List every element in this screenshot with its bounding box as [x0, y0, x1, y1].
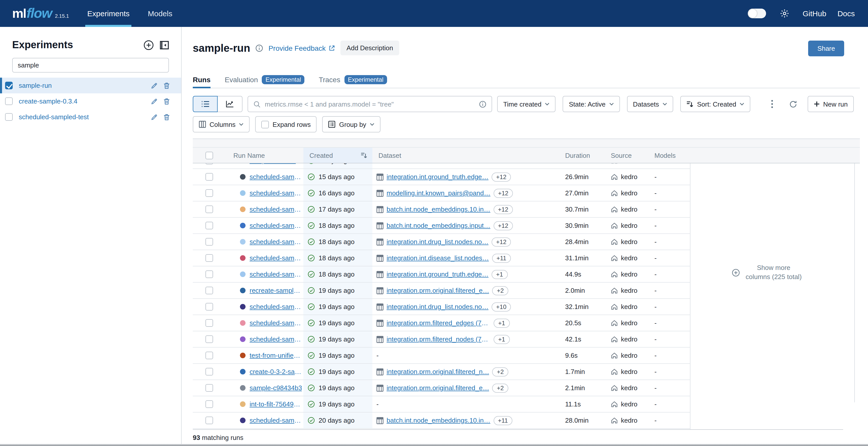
new-experiment-icon[interactable]	[143, 39, 154, 51]
search-info-icon[interactable]	[479, 100, 487, 108]
dataset-more-badge[interactable]: +1	[494, 335, 509, 344]
row-checkbox[interactable]	[206, 238, 213, 245]
row-checkbox[interactable]	[206, 384, 213, 392]
plus-circle-icon[interactable]	[732, 268, 740, 277]
table-row[interactable]: scheduled-sampled-tes…19 days agointegra…	[193, 299, 690, 315]
run-name-link[interactable]: scheduled-sampled-tes…	[250, 238, 303, 245]
delete-experiment-icon[interactable]	[163, 113, 170, 120]
run-name-link[interactable]: scheduled-sampled-tes…	[250, 189, 303, 197]
table-row[interactable]: sample-c98434b319 days agointegration.pr…	[193, 380, 690, 396]
datasets-filter-dropdown[interactable]: Datasets	[627, 96, 673, 112]
run-name-link[interactable]: test-from-unified-samp…	[250, 352, 303, 359]
dataset-link[interactable]: integration.int.ground_truth.edge…	[386, 270, 489, 278]
dataset-more-badge[interactable]: +12	[493, 205, 513, 214]
row-checkbox[interactable]	[206, 189, 213, 197]
row-checkbox[interactable]	[206, 368, 213, 376]
experiment-name-link[interactable]: create-sample-0.3.4	[19, 97, 78, 105]
dataset-more-badge[interactable]: +2	[492, 383, 508, 392]
row-checkbox[interactable]	[206, 270, 213, 278]
table-row[interactable]: scheduled-sampled-tes…18 days agointegra…	[193, 266, 690, 283]
github-link[interactable]: GitHub	[803, 9, 826, 18]
select-all-checkbox[interactable]	[206, 151, 213, 159]
state-filter-dropdown[interactable]: State: Active	[563, 96, 620, 112]
refresh-icon[interactable]	[786, 97, 800, 111]
show-more-columns-button[interactable]: Show more columns (225 total)	[745, 263, 802, 282]
experiment-checkbox[interactable]	[5, 97, 13, 105]
row-checkbox[interactable]	[206, 254, 213, 262]
row-checkbox[interactable]	[206, 400, 213, 408]
table-row[interactable]: scheduled-sampled-tes…18 days agobatch.i…	[193, 218, 690, 234]
chart-view-button[interactable]	[218, 96, 243, 112]
run-name-link[interactable]: create-0-3-2-sample-e…	[250, 368, 303, 376]
dataset-link[interactable]: integration.prm.original.filtered_e…	[386, 384, 489, 392]
dataset-link[interactable]: batch.int.node_embeddings.10.in…	[386, 417, 490, 424]
experiment-checkbox[interactable]	[5, 82, 13, 89]
run-name-link[interactable]: scheduled-sampled-tes…	[250, 319, 303, 327]
run-name-link[interactable]: scheduled-sampled-tes…	[250, 417, 303, 424]
run-name-link[interactable]: scheduled-sampled-tes…	[250, 254, 303, 262]
row-checkbox[interactable]	[206, 303, 213, 310]
delete-experiment-icon[interactable]	[163, 98, 170, 105]
run-name-link[interactable]: scheduled-sampled-tes…	[250, 335, 303, 343]
group-by-dropdown[interactable]: Group by	[322, 116, 380, 132]
dataset-more-badge[interactable]: +2	[492, 367, 508, 376]
column-header-run-name[interactable]: Run Name	[227, 148, 303, 163]
columns-dropdown[interactable]: Columns	[193, 116, 250, 132]
column-header-duration[interactable]: Duration	[559, 148, 605, 163]
gear-icon[interactable]	[777, 6, 792, 21]
run-name-link[interactable]: int-to-filt-756498c9	[250, 400, 303, 408]
more-options-icon[interactable]	[765, 97, 779, 111]
dataset-more-badge[interactable]: +12	[493, 188, 513, 198]
sidebar-item-create-sample-0.3.4[interactable]: create-sample-0.3.4	[0, 93, 181, 109]
row-checkbox[interactable]	[206, 417, 213, 424]
dataset-more-badge[interactable]: +1	[492, 270, 507, 279]
nav-tab-models[interactable]: Models	[139, 0, 182, 27]
dataset-link[interactable]: batch.int.node_embeddings.10.in…	[386, 206, 490, 213]
table-row[interactable]: scheduled-sampled-tes…16 days agomodelli…	[193, 185, 690, 202]
column-header-dataset[interactable]: Dataset	[372, 148, 559, 163]
row-checkbox[interactable]	[206, 173, 213, 181]
row-checkbox[interactable]	[206, 319, 213, 327]
dataset-link[interactable]: integration.prm.original.filtered_e…	[386, 287, 489, 294]
add-description-button[interactable]: Add Description	[340, 40, 399, 55]
edit-experiment-icon[interactable]	[151, 113, 158, 120]
expand-rows-checkbox[interactable]	[261, 120, 269, 128]
experiment-checkbox[interactable]	[5, 113, 13, 121]
list-view-button[interactable]	[193, 96, 218, 112]
run-name-link[interactable]: scheduled-sampled-tes…	[250, 173, 303, 181]
table-row[interactable]: scheduled-sampled-tes…17 days agobatch.i…	[193, 202, 690, 218]
sidebar-item-sample-run[interactable]: sample-run	[0, 78, 181, 93]
experiment-name-link[interactable]: scheduled-sampled-test	[19, 113, 89, 121]
column-header-source[interactable]: Source	[605, 148, 648, 163]
column-header-created[interactable]: Created	[303, 148, 372, 163]
tab-runs[interactable]: Runs	[193, 71, 211, 88]
table-row[interactable]: scheduled-sampled-tes…20 days agobatch.i…	[193, 413, 690, 429]
dataset-link[interactable]: integration.prm.original.filtered_n…	[386, 368, 489, 376]
dataset-more-badge[interactable]: +1	[494, 318, 509, 328]
delete-experiment-icon[interactable]	[163, 82, 170, 89]
collapse-sidebar-icon[interactable]	[159, 39, 170, 51]
dataset-link[interactable]: integration.prm.filtered_nodes (7c…	[386, 335, 491, 343]
table-row[interactable]: scheduled-sampled-tes…15 days agointegra…	[193, 169, 690, 185]
share-button[interactable]: Share	[808, 40, 844, 56]
info-icon[interactable]	[255, 44, 263, 52]
runs-search-input[interactable]	[265, 100, 475, 108]
column-header-models[interactable]: Models	[648, 148, 690, 163]
table-row[interactable]: scheduled-sampled-tes…19 days agointegra…	[193, 331, 690, 348]
run-name-link[interactable]: sampled-run-84756da7	[250, 163, 303, 165]
tab-traces[interactable]: TracesExperimental	[319, 71, 387, 88]
row-checkbox[interactable]	[206, 206, 213, 213]
table-row[interactable]: test-from-unified-samp…19 days ago-9.6sk…	[193, 348, 690, 364]
nav-tab-experiments[interactable]: Experiments	[78, 0, 139, 27]
experiment-name-link[interactable]: sample-run	[19, 82, 52, 89]
provide-feedback-link[interactable]: Provide Feedback	[268, 44, 335, 52]
run-name-link[interactable]: scheduled-sampled-tes…	[250, 270, 303, 278]
table-scrollbar[interactable]	[854, 163, 855, 403]
table-row[interactable]: scheduled-sampled-tes…19 days agointegra…	[193, 315, 690, 331]
tab-evaluation[interactable]: EvaluationExperimental	[225, 71, 305, 88]
dataset-link[interactable]: modelling.int.known_pairs@pand…	[386, 189, 490, 197]
dataset-more-badge[interactable]: +11	[492, 254, 511, 263]
table-row[interactable]: create-0-3-2-sample-e…19 days agointegra…	[193, 364, 690, 380]
mlflow-logo[interactable]: mlflow 2.15.1	[0, 0, 78, 27]
table-row[interactable]: int-to-filt-756498c919 days ago-11.1sked…	[193, 396, 690, 413]
